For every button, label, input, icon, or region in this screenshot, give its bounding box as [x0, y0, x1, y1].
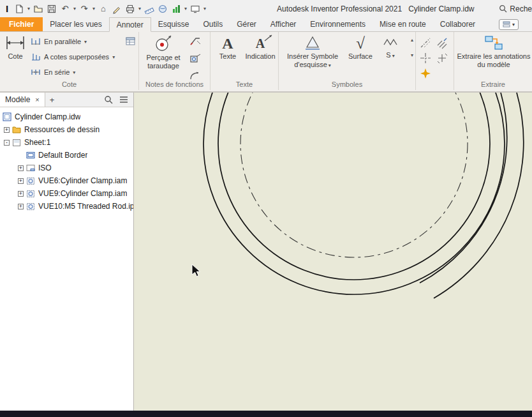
tab-placer-les-vues[interactable]: Placer les vues [43, 17, 108, 31]
percage-taraudage-button[interactable]: Perçage et taraudage [143, 34, 184, 70]
dimension-table-icon[interactable] [126, 36, 135, 48]
status-bar [0, 411, 532, 417]
extraire-label-line1: Extraire les annotations [457, 52, 531, 61]
inventor-app-icon[interactable]: I [2, 3, 12, 15]
sketch-symbol-icon [303, 34, 322, 51]
model-browser: Modèle × + Cylinder Clamp.idw + [0, 93, 134, 411]
ribbon-display-caret-icon: ▾ [512, 22, 515, 27]
print-dropdown-icon[interactable]: ▾ [137, 6, 142, 11]
iproperties-chart-icon[interactable] [170, 3, 182, 15]
redo-icon[interactable]: ↷ [78, 3, 91, 15]
surface-button[interactable]: √ Surface [345, 34, 376, 61]
tab-mise-en-route[interactable]: Mise en route [373, 17, 433, 31]
extraire-label-line2: du modèle [477, 61, 510, 69]
tree-row-ressources[interactable]: + Ressources de dessin [0, 123, 133, 136]
home-icon[interactable]: ⌂ [97, 3, 110, 15]
panel-label-texte[interactable]: Texte [211, 80, 278, 88]
gallery-scroll-up-icon[interactable]: ▴ [411, 38, 413, 43]
inserer-symbole-esquisse-button[interactable]: Insérer Symbole d'esquisse▾ [281, 34, 344, 70]
redo-dropdown-icon[interactable]: ▾ [91, 6, 96, 11]
save-icon[interactable] [45, 3, 58, 15]
centered-pattern-icon[interactable] [435, 51, 449, 65]
tab-collaborer[interactable]: Collaborer [433, 17, 482, 31]
panel-extraire: Extraire les annotations du modèle Extra… [454, 32, 532, 90]
browser-search-icon[interactable] [104, 95, 113, 104]
expander-icon[interactable]: + [18, 191, 24, 197]
percage-taraudage-label: Perçage et taraudage [143, 54, 184, 70]
soudure-button[interactable]: S▾ [380, 34, 401, 60]
tab-esquisse[interactable]: Esquisse [151, 17, 196, 31]
sketch-pencil-icon[interactable] [110, 3, 123, 15]
hidden-dashed-circle[interactable] [240, 93, 468, 257]
panel-label-cote[interactable]: Cote [0, 80, 138, 88]
indication-button[interactable]: A Indication [244, 34, 277, 61]
tree-label: Sheet:1 [24, 138, 50, 147]
centerline-icon[interactable] [418, 36, 432, 50]
cote-button[interactable]: Cote [1, 34, 29, 61]
hatch-caterpillar-icon[interactable] [435, 36, 449, 50]
tree-row-vue6[interactable]: + VUE6:Cylinder Clamp.iam [0, 174, 133, 187]
browser-menu-icon[interactable] [119, 96, 128, 103]
drawing-canvas[interactable] [134, 93, 532, 411]
print-icon[interactable] [124, 3, 137, 15]
open-folder-icon[interactable] [32, 3, 45, 15]
tree-row-document[interactable]: Cylinder Clamp.idw [0, 110, 133, 123]
gallery-scroll-down-icon[interactable]: ▾ [411, 53, 413, 58]
tree-row-vue9[interactable]: + VUE9:Cylinder Clamp.iam [0, 187, 133, 200]
extract-annotations-icon [484, 34, 503, 51]
idw-document-icon [3, 112, 11, 121]
tree-label: VUE9:Cylinder Clamp.iam [38, 189, 127, 198]
punch-note-icon[interactable] [189, 53, 202, 67]
ribbon-display-toggle[interactable]: ▾ [499, 19, 519, 30]
expander-icon[interactable]: - [4, 140, 10, 146]
extraire-annotations-button[interactable]: Extraire les annotations du modèle [457, 34, 531, 69]
en-serie-button[interactable]: En série ▾ [31, 64, 137, 80]
inserer-symbole-label: Insérer Symbole d'esquisse▾ [281, 52, 344, 70]
tab-fichier[interactable]: Fichier [0, 17, 43, 31]
browser-add-tab-button[interactable]: + [45, 95, 59, 105]
tree-row-iso[interactable]: + ISO [0, 162, 133, 174]
app-title: Autodesk Inventor Professional 2021 [277, 4, 402, 13]
tab-afficher[interactable]: Afficher [263, 17, 303, 31]
expander-icon[interactable]: + [4, 127, 10, 133]
undo-icon[interactable]: ↶ [59, 3, 71, 15]
qat-customize-dropdown-icon[interactable]: ▾ [183, 6, 188, 11]
measure-icon[interactable] [143, 3, 156, 15]
panel-label-notes[interactable]: Notes de fonctions [139, 80, 210, 88]
cylinder-inner-arc[interactable] [434, 93, 524, 298]
tab-outils[interactable]: Outils [196, 17, 230, 31]
expander-icon[interactable]: + [18, 178, 24, 184]
clamp-inner-circle[interactable] [218, 93, 490, 280]
chamfer-note-icon[interactable] [189, 36, 202, 50]
en-parallele-button[interactable]: En parallèle ▾ [31, 34, 137, 49]
clamp-outer-circle[interactable] [203, 93, 505, 294]
expander-icon[interactable]: + [18, 204, 24, 209]
panel-label-extraire[interactable]: Extraire [454, 80, 532, 88]
cotes-superposees-button[interactable]: A cotes superposées ▾ [31, 49, 137, 64]
tree-label: Cylinder Clamp.idw [15, 112, 80, 121]
material-icon[interactable] [156, 3, 169, 15]
browser-tab-close-icon[interactable]: × [35, 96, 39, 103]
search-box[interactable]: Reche [499, 0, 532, 17]
tree-label: VUE10:M5 Threaded Rod.ipt [38, 202, 133, 211]
tab-annoter[interactable]: Annoter [109, 17, 151, 32]
new-file-dropdown-icon[interactable]: ▾ [26, 6, 31, 11]
texte-button[interactable]: A Texte [214, 34, 241, 61]
panel-label-symboles[interactable]: Symboles [279, 80, 415, 88]
expander-icon[interactable]: + [18, 165, 24, 171]
tab-environnements[interactable]: Environnements [303, 17, 373, 31]
screen-dropdown-icon[interactable]: ▾ [202, 6, 207, 11]
tree-row-default-border[interactable]: Default Border [0, 149, 133, 162]
tab-gerer[interactable]: Gérer [230, 17, 263, 31]
weld-symbol-icon [383, 34, 398, 50]
tree-row-vue10[interactable]: + VUE10:M5 Threaded Rod.ipt [0, 200, 133, 213]
end-fill-icon[interactable] [418, 66, 432, 80]
screen-icon[interactable] [189, 3, 202, 15]
tree-row-sheet1[interactable]: - Sheet:1 [0, 136, 133, 149]
browser-tab-modele[interactable]: Modèle × [0, 93, 45, 107]
undo-dropdown-icon[interactable]: ▾ [72, 6, 77, 11]
ribbon-panel-icon [503, 21, 510, 27]
en-serie-label: En série [44, 68, 70, 76]
new-file-icon[interactable] [13, 3, 26, 15]
center-mark-icon[interactable] [418, 51, 432, 65]
